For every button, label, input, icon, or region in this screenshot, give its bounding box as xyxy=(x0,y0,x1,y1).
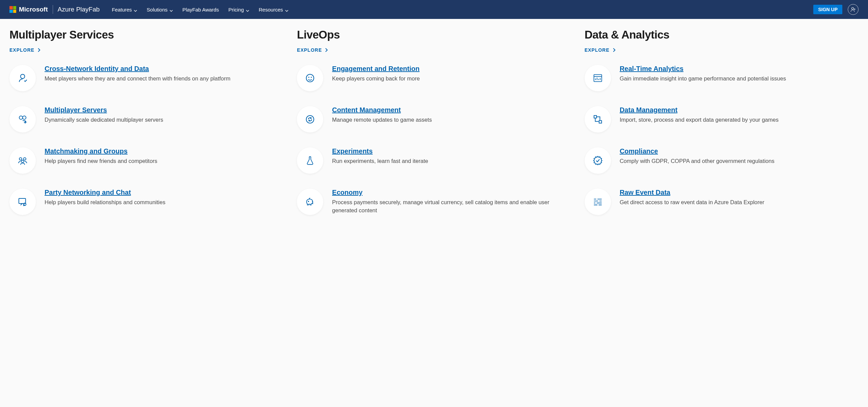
feature-desc: Get direct access to raw event data in A… xyxy=(620,198,764,207)
svg-rect-14 xyxy=(594,75,602,82)
column-title: LiveOps xyxy=(297,28,571,41)
feature-desc: Help players build relationships and com… xyxy=(45,198,165,207)
feature-item: Engagement and Retention Keep players co… xyxy=(297,65,571,91)
column-title: Data & Analytics xyxy=(585,28,859,41)
feature-link-party[interactable]: Party Networking and Chat xyxy=(45,189,131,196)
svg-point-2 xyxy=(19,116,23,119)
svg-point-10 xyxy=(309,77,309,77)
feature-link-engagement[interactable]: Engagement and Retention xyxy=(332,65,419,73)
nav-solutions[interactable]: Solutions xyxy=(147,7,173,13)
feature-link-economy[interactable]: Economy xyxy=(332,189,362,196)
chevron-down-icon xyxy=(170,8,173,11)
feature-link-servers[interactable]: Multiplayer Servers xyxy=(45,106,107,114)
svg-rect-16 xyxy=(599,121,602,123)
microsoft-icon xyxy=(9,6,16,13)
feature-item: Experiments Run experiments, learn fast … xyxy=(297,147,571,174)
feature-desc: Run experiments, learn fast and iterate xyxy=(332,157,428,165)
servers-icon xyxy=(9,106,36,133)
logo-group[interactable]: Microsoft Azure PlayFab xyxy=(9,5,100,14)
feature-item: Multiplayer Servers Dynamically scale de… xyxy=(9,106,283,133)
nav-label: PlayFab Awards xyxy=(182,7,219,13)
nav-resources[interactable]: Resources xyxy=(259,7,288,13)
divider xyxy=(53,5,53,14)
explore-label: EXPLORE xyxy=(297,47,322,53)
feature-link-content[interactable]: Content Management xyxy=(332,106,401,114)
explore-link-multiplayer[interactable]: EXPLORE xyxy=(9,47,283,53)
explore-label: EXPLORE xyxy=(585,47,610,53)
svg-point-6 xyxy=(21,160,24,163)
user-account-button[interactable] xyxy=(848,4,859,15)
refresh-icon xyxy=(297,106,323,133)
company-name: Microsoft xyxy=(19,6,48,13)
groups-icon xyxy=(9,147,36,174)
svg-rect-7 xyxy=(19,198,26,204)
nav-label: Resources xyxy=(259,7,283,13)
signup-button[interactable]: SIGN UP xyxy=(813,5,842,14)
feature-desc: Manage remote updates to game assets xyxy=(332,116,432,124)
feature-item: Matchmaking and Groups Help players find… xyxy=(9,147,283,174)
explore-link-liveops[interactable]: EXPLORE xyxy=(297,47,571,53)
nav-awards[interactable]: PlayFab Awards xyxy=(182,7,219,13)
piggybank-icon xyxy=(297,189,323,215)
smile-icon xyxy=(297,65,323,91)
feature-link-datamgmt[interactable]: Data Management xyxy=(620,106,678,114)
feature-link-matchmaking[interactable]: Matchmaking and Groups xyxy=(45,147,128,155)
feature-desc: Meet players where they are and connect … xyxy=(45,75,230,83)
feature-item: Compliance Comply with GDPR, COPPA and o… xyxy=(585,147,859,174)
data-flow-icon xyxy=(585,106,611,133)
chevron-down-icon xyxy=(134,8,137,11)
explore-link-data[interactable]: EXPLORE xyxy=(585,47,859,53)
user-plus-icon xyxy=(850,6,856,13)
product-name: Azure PlayFab xyxy=(58,6,100,13)
svg-point-11 xyxy=(311,77,311,77)
nav-pricing[interactable]: Pricing xyxy=(228,7,249,13)
column-title: Multiplayer Services xyxy=(9,28,283,41)
svg-rect-15 xyxy=(594,116,596,118)
feature-item: Economy Process payments securely, manag… xyxy=(297,189,571,215)
flask-icon xyxy=(297,147,323,174)
chat-icon xyxy=(9,189,36,215)
microsoft-logo: Microsoft xyxy=(9,6,48,13)
column-data: Data & Analytics EXPLORE Real-Time Analy… xyxy=(585,28,859,230)
feature-item: Data Management Import, store, process a… xyxy=(585,106,859,133)
feature-desc: Help players find new friends and compet… xyxy=(45,157,157,165)
nav-label: Solutions xyxy=(147,7,168,13)
column-liveops: LiveOps EXPLORE Engagement and Retention… xyxy=(297,28,571,230)
svg-point-9 xyxy=(306,74,314,82)
feature-item: Raw Event Data Get direct access to raw … xyxy=(585,189,859,215)
feature-link-realtime[interactable]: Real-Time Analytics xyxy=(620,65,684,73)
svg-point-3 xyxy=(23,116,26,119)
column-multiplayer: Multiplayer Services EXPLORE Cross-Netwo… xyxy=(9,28,283,230)
feature-desc: Keep players coming back for more xyxy=(332,75,420,83)
list-icon xyxy=(585,189,611,215)
nav-label: Pricing xyxy=(228,7,244,13)
main-nav: Features Solutions PlayFab Awards Pricin… xyxy=(112,7,288,13)
nav-features[interactable]: Features xyxy=(112,7,137,13)
feature-link-experiments[interactable]: Experiments xyxy=(332,147,373,155)
feature-item: Cross-Network Identity and Data Meet pla… xyxy=(9,65,283,91)
feature-link-identity[interactable]: Cross-Network Identity and Data xyxy=(45,65,149,73)
nav-label: Features xyxy=(112,7,132,13)
feature-link-rawdata[interactable]: Raw Event Data xyxy=(620,189,670,196)
chevron-down-icon xyxy=(285,8,288,11)
chevron-right-icon xyxy=(37,48,41,52)
main-content: Multiplayer Services EXPLORE Cross-Netwo… xyxy=(0,19,868,243)
site-header: Microsoft Azure PlayFab Features Solutio… xyxy=(0,0,868,19)
svg-point-4 xyxy=(19,158,22,160)
explore-label: EXPLORE xyxy=(9,47,34,53)
feature-desc: Dynamically scale dedicated multiplayer … xyxy=(45,116,163,124)
feature-desc: Process payments securely, manage virtua… xyxy=(332,198,571,215)
feature-item: Real-Time Analytics Gain immediate insig… xyxy=(585,65,859,91)
feature-desc: Import, store, process and export data g… xyxy=(620,116,779,124)
chevron-right-icon xyxy=(612,48,616,52)
badge-check-icon xyxy=(585,147,611,174)
feature-item: Content Management Manage remote updates… xyxy=(297,106,571,133)
svg-point-0 xyxy=(852,7,854,9)
svg-point-12 xyxy=(306,116,314,123)
feature-link-compliance[interactable]: Compliance xyxy=(620,147,658,155)
svg-point-5 xyxy=(23,158,26,160)
feature-desc: Comply with GDPR, COPPA and other govern… xyxy=(620,157,774,165)
chevron-down-icon xyxy=(246,8,249,11)
analytics-icon xyxy=(585,65,611,91)
identity-icon xyxy=(9,65,36,91)
